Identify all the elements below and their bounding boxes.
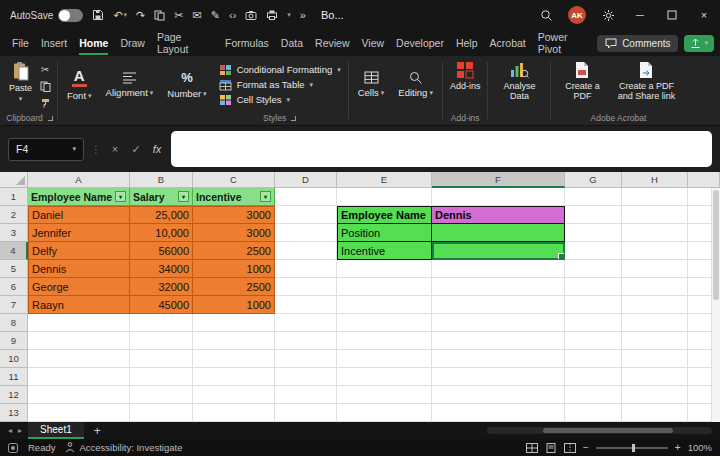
cell-F5[interactable] [432, 260, 565, 278]
cell-G7[interactable] [565, 296, 622, 314]
cell-D8[interactable] [275, 314, 337, 332]
insert-function-button[interactable]: fx [150, 143, 164, 155]
column-header-A[interactable]: A [28, 172, 130, 188]
format-as-table-button[interactable]: Format as Table ▾ [216, 78, 316, 92]
cell-H7[interactable] [622, 296, 688, 314]
cell-F6[interactable] [432, 278, 565, 296]
conditional-formatting-button[interactable]: Conditional Formatting ▾ [216, 63, 344, 77]
cell-F10[interactable] [432, 350, 565, 368]
cell-B8[interactable] [130, 314, 193, 332]
comments-button[interactable]: Comments [597, 35, 678, 52]
cell-G8[interactable] [565, 314, 622, 332]
cell-C8[interactable] [193, 314, 275, 332]
row-header-12[interactable]: 12 [0, 386, 28, 404]
cell-G12[interactable] [565, 386, 622, 404]
cell-A13[interactable] [28, 404, 130, 422]
cells-group-button[interactable]: Cells▾ [353, 58, 390, 111]
cell-C10[interactable] [193, 350, 275, 368]
row-header-7[interactable]: 7 [0, 296, 28, 314]
code-button[interactable]: ‹› [229, 9, 236, 21]
select-all-corner[interactable] [0, 172, 28, 188]
zoom-slider[interactable] [596, 447, 668, 449]
row-header-8[interactable]: 8 [0, 314, 28, 332]
cell-A3[interactable]: Jennifer [28, 224, 130, 242]
formula-input[interactable] [171, 131, 712, 167]
cell-D13[interactable] [275, 404, 337, 422]
save-button[interactable] [92, 9, 104, 21]
cut-button[interactable]: ✂ [37, 62, 53, 76]
row-header-13[interactable]: 13 [0, 404, 28, 422]
cell-F12[interactable] [432, 386, 565, 404]
cell-G5[interactable] [565, 260, 622, 278]
qat-more-button[interactable]: » [300, 9, 306, 21]
cell-D4[interactable] [275, 242, 337, 260]
cell-C6[interactable]: 2500 [193, 278, 275, 296]
cell-C1[interactable]: Incentive▾ [193, 188, 275, 206]
cell-E4[interactable]: Incentive [337, 242, 432, 260]
tab-page-layout[interactable]: Page Layout [151, 30, 219, 56]
cell-E10[interactable] [337, 350, 432, 368]
alignment-group-button[interactable]: Alignment▾ [101, 58, 159, 111]
undo-button[interactable]: ↶▾ [113, 9, 127, 22]
filter-button[interactable]: ▾ [115, 191, 126, 202]
user-avatar[interactable]: AK [568, 6, 586, 24]
cell-E1[interactable] [337, 188, 432, 206]
cell-A9[interactable] [28, 332, 130, 350]
cell-E9[interactable] [337, 332, 432, 350]
redo-button[interactable]: ↷ [136, 9, 145, 22]
cell-D11[interactable] [275, 368, 337, 386]
sheet-nav-left-icon[interactable]: ◂ [8, 426, 12, 435]
cell-B12[interactable] [130, 386, 193, 404]
number-group-button[interactable]: % Number▾ [162, 58, 211, 111]
accessibility-status[interactable]: Accessibility: Investigate [65, 442, 182, 453]
cell-B5[interactable]: 34000 [130, 260, 193, 278]
row-header-4[interactable]: 4 [0, 242, 28, 260]
draw-button[interactable]: ✎ [211, 9, 220, 22]
filter-button[interactable]: ▾ [260, 191, 271, 202]
tab-insert[interactable]: Insert [35, 30, 73, 56]
zoom-level[interactable]: 100% [688, 442, 712, 453]
cell-E5[interactable] [337, 260, 432, 278]
cell-F3[interactable] [432, 224, 565, 242]
autosave-control[interactable]: AutoSave [10, 9, 83, 22]
tab-power-pivot[interactable]: Power Pivot [532, 30, 597, 56]
cell-C3[interactable]: 3000 [193, 224, 275, 242]
enter-button[interactable]: ✓ [129, 143, 143, 156]
cell-A11[interactable] [28, 368, 130, 386]
cell-B1[interactable]: Salary▾ [130, 188, 193, 206]
cell-H11[interactable] [622, 368, 688, 386]
tab-data[interactable]: Data [275, 30, 309, 56]
tab-draw[interactable]: Draw [114, 30, 151, 56]
cell-E2[interactable]: Employee Name [337, 206, 432, 224]
cell-G2[interactable] [565, 206, 622, 224]
cell-B13[interactable] [130, 404, 193, 422]
cell-H13[interactable] [622, 404, 688, 422]
name-box[interactable]: F4 ▾ [8, 138, 84, 161]
page-layout-view-button[interactable] [545, 443, 557, 453]
cell-F4[interactable] [432, 242, 565, 260]
editing-group-button[interactable]: Editing▾ [393, 58, 438, 111]
filter-button[interactable]: ▾ [178, 191, 189, 202]
cell-B2[interactable]: 25,000 [130, 206, 193, 224]
cell-C2[interactable]: 3000 [193, 206, 275, 224]
copy-button[interactable] [37, 79, 53, 93]
row-header-6[interactable]: 6 [0, 278, 28, 296]
cell-E6[interactable] [337, 278, 432, 296]
cell-H5[interactable] [622, 260, 688, 278]
cell-E12[interactable] [337, 386, 432, 404]
autosave-toggle[interactable] [58, 9, 83, 22]
vertical-scrollbar-thumb[interactable] [713, 190, 719, 300]
addins-button[interactable]: Add-ins [447, 58, 484, 111]
cell-F7[interactable] [432, 296, 565, 314]
cell-D9[interactable] [275, 332, 337, 350]
cell-B3[interactable]: 10,000 [130, 224, 193, 242]
sheet-tab-sheet1[interactable]: Sheet1 [28, 422, 84, 439]
tab-developer[interactable]: Developer [390, 30, 450, 56]
format-painter-button[interactable] [37, 96, 53, 110]
cell-D5[interactable] [275, 260, 337, 278]
share-button[interactable]: ▾ [684, 35, 714, 52]
cell-H4[interactable] [622, 242, 688, 260]
cell-C5[interactable]: 1000 [193, 260, 275, 278]
cell-F8[interactable] [432, 314, 565, 332]
cell-H9[interactable] [622, 332, 688, 350]
